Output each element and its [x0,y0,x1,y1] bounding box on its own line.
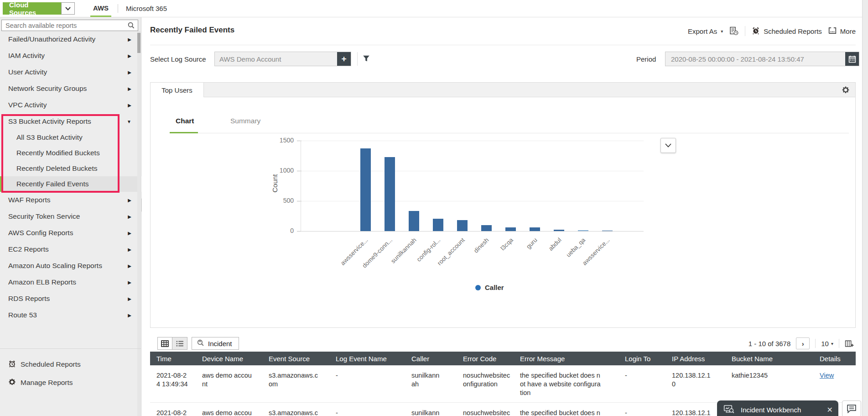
chevron-right-icon[interactable]: ▶ [128,37,131,42]
log-source-select[interactable]: AWS Demo Account + [214,52,351,66]
bar-l3cqa[interactable] [505,227,516,231]
chevron-right-icon[interactable]: ▶ [128,214,131,219]
column-header-device_name[interactable]: Device Name [196,352,262,365]
sidebar-item-manage-reports[interactable]: Manage Reports [0,374,141,392]
chevron-down-icon[interactable] [61,2,75,15]
bar-dinesh[interactable] [481,225,492,231]
column-header-login_to[interactable]: Login To [619,352,665,365]
bar-awsservice...[interactable] [360,148,371,231]
bar-guru[interactable] [530,227,540,231]
period-field[interactable]: 2020-08-25 00:00:00 - 2021-08-24 13:50:4… [665,52,859,66]
bar-config-rol...[interactable] [433,219,443,231]
sidebar-item-failed-unauthorized-activity[interactable]: Failed/Unauthorized Activity▶ [0,31,141,47]
column-header-error_message[interactable]: Error Message [514,352,619,365]
chevron-right-icon[interactable]: ▶ [128,280,131,285]
sidebar-item-iam-activity[interactable]: IAM Activity▶ [0,47,141,64]
chevron-right-icon[interactable]: ▶ [128,70,131,75]
chevron-right-icon[interactable]: ▶ [128,247,131,252]
next-page-button[interactable]: › [796,337,810,349]
period-label: Period [636,55,656,63]
view-details-link[interactable]: View [820,372,834,379]
column-header-caller[interactable]: Caller [405,352,457,365]
column-header-bucket_name[interactable]: Bucket Name [725,352,813,365]
sidebar-item-amazon-auto-scaling-reports[interactable]: Amazon Auto Scaling Reports▶ [0,258,141,274]
chevron-right-icon[interactable]: ▶ [128,86,131,91]
filter-row: Select Log Source AWS Demo Account + Per… [142,46,862,71]
add-column-icon[interactable] [845,340,854,348]
sidebar-item-ec2-reports[interactable]: EC2 Reports▶ [0,241,141,258]
scheduled-reports-button[interactable]: Scheduled Reports [752,26,822,36]
bar-sunilkannah[interactable] [409,211,419,231]
sidebar-item-waf-reports[interactable]: WAF Reports▶ [0,192,141,208]
sidebar-item-recently-deleted-buckets[interactable]: Recently Deleted Buckets [0,161,141,176]
sidebar-item-recently-failed-events[interactable]: Recently Failed Events [0,176,141,192]
sidebar-item-user-activity[interactable]: User Activity▶ [0,64,141,80]
sidebar-item-vpc-activity[interactable]: VPC Activity▶ [0,97,141,113]
search-icon[interactable] [128,22,138,29]
tab-aws[interactable]: AWS [90,0,111,17]
chevron-right-icon[interactable]: ▶ [128,231,131,236]
cloud-sources-dropdown[interactable]: Cloud Sources [3,2,75,15]
sidebar-item-network-security-groups[interactable]: Network Security Groups▶ [0,80,141,97]
chevron-right-icon[interactable]: ▶ [128,103,131,108]
cell-time: 2021-08-24 13:49:34 [150,365,196,402]
sidebar-item-s3-bucket-activity-reports[interactable]: S3 Bucket Activity Reports▼ [0,113,141,130]
chevron-right-icon[interactable]: ▶ [128,263,131,269]
more-button[interactable]: More [828,26,856,36]
add-log-source-button[interactable]: + [337,52,351,66]
list-view-button[interactable] [172,337,187,349]
export-schedule-icon[interactable] [729,26,738,36]
bar-dome9-conn...[interactable] [385,157,395,231]
gridline [301,201,644,201]
sidebar: Failed/Unauthorized Activity▶IAM Activit… [0,17,141,416]
sidebar-item-aws-config-reports[interactable]: AWS Config Reports▶ [0,225,141,241]
column-header-event_source[interactable]: Event Source [262,352,329,365]
chevron-down-icon[interactable]: ▼ [127,119,131,124]
chevron-right-icon[interactable]: ▶ [128,296,131,301]
sidebar-scrollbar-thumb[interactable] [137,33,140,53]
sidebar-item-amazon-elb-reports[interactable]: Amazon ELB Reports▶ [0,274,141,290]
incident-button[interactable]: Incident [192,337,239,350]
incident-label: Incident [208,340,232,348]
sidebar-item-all-s3-bucket-activity[interactable]: All S3 Bucket Activity [0,130,141,145]
grid-view-button[interactable] [158,337,172,349]
export-as-button[interactable]: Export As ▾ [688,27,723,35]
calendar-icon[interactable] [845,52,859,66]
pagination-range: 1 - 10 of 3678 [748,340,791,348]
column-header-details[interactable]: Details [813,352,856,365]
bar-root_account[interactable] [457,220,468,231]
bar-awsservice...[interactable] [602,231,613,231]
chevron-right-icon[interactable]: ▶ [128,198,131,203]
column-header-error_code[interactable]: Error Code [457,352,514,365]
tab-microsoft-365[interactable]: Microsoft 365 [126,0,167,17]
page-size-dropdown[interactable]: 10 ▾ [821,340,833,348]
sidebar-item-label: EC2 Reports [8,245,49,253]
main-content: Recently Failed Events Export As ▾ Sched… [142,17,862,416]
pagination: 1 - 10 of 3678 › 10 ▾ [748,337,854,350]
close-icon[interactable]: ✕ [827,405,833,414]
chart-legend[interactable]: Caller [475,284,504,291]
sidebar-item-label: Recently Failed Events [16,180,89,188]
column-header-time[interactable]: Time [150,352,196,365]
sidebar-item-label: Recently Modified Buckets [16,149,100,157]
sidebar-item-route-53[interactable]: Route 53▶ [0,307,141,323]
chevron-right-icon[interactable]: ▶ [128,313,131,318]
incident-workbench-panel[interactable]: Incident Workbench ✕ [717,400,838,416]
sidebar-item-rds-reports[interactable]: RDS Reports▶ [0,290,141,307]
sidebar-item-security-token-service[interactable]: Security Token Service▶ [0,208,141,225]
chevron-right-icon[interactable]: ▶ [128,53,131,58]
sidebar-item-label: WAF Reports [8,196,50,204]
bar-ueba_qa[interactable] [578,230,588,231]
filter-funnel-icon[interactable] [363,55,370,64]
right-rail[interactable] [862,0,868,416]
workbench-monitor-icon [723,405,734,415]
search-input[interactable] [2,22,128,29]
column-header-log_event_name[interactable]: Log Event Name [329,352,405,365]
sidebar-item-label: Network Security Groups [8,84,87,93]
column-header-ip_address[interactable]: IP Address [665,352,725,365]
sidebar-item-recently-modified-buckets[interactable]: Recently Modified Buckets [0,145,141,161]
sidebar-item-scheduled-reports[interactable]: Scheduled Reports [0,355,141,374]
feedback-chat-button[interactable] [842,400,861,416]
bar-abdul[interactable] [554,230,564,231]
report-search-box[interactable] [1,20,138,31]
